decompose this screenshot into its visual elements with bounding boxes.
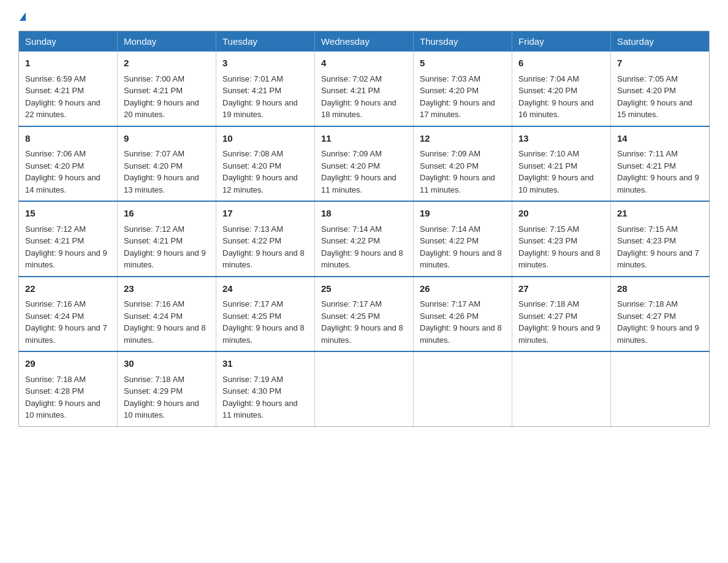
day-info: Sunrise: 7:16 AMSunset: 4:24 PMDaylight:…: [124, 299, 206, 345]
calendar-day-cell: 23 Sunrise: 7:16 AMSunset: 4:24 PMDaylig…: [118, 277, 216, 352]
day-number: 18: [321, 207, 407, 221]
day-info: Sunrise: 7:18 AMSunset: 4:29 PMDaylight:…: [124, 375, 199, 420]
calendar-day-cell: [611, 351, 710, 426]
day-info: Sunrise: 7:01 AMSunset: 4:21 PMDaylight:…: [222, 74, 298, 120]
weekday-header-row: SundayMondayTuesdayWednesdayThursdayFrid…: [19, 31, 710, 52]
calendar-day-cell: 12 Sunrise: 7:09 AMSunset: 4:20 PMDaylig…: [414, 126, 512, 202]
day-number: 17: [222, 207, 308, 221]
day-number: 31: [222, 357, 308, 371]
calendar-day-cell: 21 Sunrise: 7:15 AMSunset: 4:23 PMDaylig…: [611, 201, 710, 277]
day-info: Sunrise: 7:02 AMSunset: 4:21 PMDaylight:…: [321, 74, 396, 120]
day-info: Sunrise: 7:03 AMSunset: 4:20 PMDaylight:…: [420, 74, 495, 120]
day-number: 6: [518, 56, 604, 71]
weekday-header-cell: Sunday: [19, 31, 118, 52]
day-number: 24: [222, 282, 308, 296]
calendar-day-cell: 2 Sunrise: 7:00 AMSunset: 4:21 PMDayligh…: [118, 52, 216, 126]
day-number: 15: [25, 207, 111, 221]
calendar-day-cell: 26 Sunrise: 7:17 AMSunset: 4:26 PMDaylig…: [414, 277, 512, 352]
calendar-day-cell: 27 Sunrise: 7:18 AMSunset: 4:27 PMDaylig…: [512, 277, 611, 352]
calendar-day-cell: 6 Sunrise: 7:04 AMSunset: 4:20 PMDayligh…: [512, 52, 611, 126]
calendar-table: SundayMondayTuesdayWednesdayThursdayFrid…: [18, 31, 710, 427]
day-number: 5: [420, 56, 506, 71]
calendar-day-cell: [315, 351, 414, 426]
calendar-day-cell: 31 Sunrise: 7:19 AMSunset: 4:30 PMDaylig…: [216, 351, 315, 426]
day-info: Sunrise: 7:12 AMSunset: 4:21 PMDaylight:…: [124, 224, 206, 270]
day-info: Sunrise: 7:05 AMSunset: 4:20 PMDaylight:…: [617, 74, 692, 120]
calendar-week-row: 8 Sunrise: 7:06 AMSunset: 4:20 PMDayligh…: [19, 126, 710, 202]
calendar-day-cell: 18 Sunrise: 7:14 AMSunset: 4:22 PMDaylig…: [315, 201, 414, 277]
day-info: Sunrise: 7:04 AMSunset: 4:20 PMDaylight:…: [518, 74, 594, 120]
day-info: Sunrise: 7:14 AMSunset: 4:22 PMDaylight:…: [321, 224, 403, 270]
calendar-day-cell: 4 Sunrise: 7:02 AMSunset: 4:21 PMDayligh…: [315, 52, 414, 126]
day-number: 27: [518, 282, 604, 296]
day-number: 19: [420, 207, 506, 221]
calendar-day-cell: 13 Sunrise: 7:10 AMSunset: 4:21 PMDaylig…: [512, 126, 611, 202]
calendar-day-cell: 11 Sunrise: 7:09 AMSunset: 4:20 PMDaylig…: [315, 126, 414, 202]
day-number: 8: [25, 132, 111, 146]
day-info: Sunrise: 7:08 AMSunset: 4:20 PMDaylight:…: [222, 149, 298, 194]
logo-triangle-icon: [20, 12, 26, 21]
day-info: Sunrise: 7:12 AMSunset: 4:21 PMDaylight:…: [25, 224, 107, 270]
calendar-day-cell: 22 Sunrise: 7:16 AMSunset: 4:24 PMDaylig…: [19, 277, 118, 352]
calendar-day-cell: 3 Sunrise: 7:01 AMSunset: 4:21 PMDayligh…: [216, 52, 315, 126]
calendar-day-cell: 7 Sunrise: 7:05 AMSunset: 4:20 PMDayligh…: [611, 52, 710, 126]
calendar-body: 1 Sunrise: 6:59 AMSunset: 4:21 PMDayligh…: [19, 52, 710, 426]
day-number: 26: [420, 282, 506, 296]
calendar-day-cell: [512, 351, 611, 426]
calendar-day-cell: 30 Sunrise: 7:18 AMSunset: 4:29 PMDaylig…: [118, 351, 216, 426]
weekday-header-cell: Wednesday: [315, 31, 414, 52]
day-number: 25: [321, 282, 407, 296]
day-info: Sunrise: 7:17 AMSunset: 4:25 PMDaylight:…: [222, 299, 305, 345]
day-info: Sunrise: 7:15 AMSunset: 4:23 PMDaylight:…: [518, 224, 601, 270]
day-number: 30: [124, 357, 210, 371]
calendar-week-row: 15 Sunrise: 7:12 AMSunset: 4:21 PMDaylig…: [19, 201, 710, 277]
day-number: 4: [321, 56, 407, 71]
calendar-day-cell: 9 Sunrise: 7:07 AMSunset: 4:20 PMDayligh…: [118, 126, 216, 202]
day-number: 9: [124, 132, 210, 146]
calendar-day-cell: 20 Sunrise: 7:15 AMSunset: 4:23 PMDaylig…: [512, 201, 611, 277]
day-info: Sunrise: 7:18 AMSunset: 4:27 PMDaylight:…: [617, 299, 699, 345]
day-number: 7: [617, 56, 703, 71]
weekday-header-cell: Friday: [512, 31, 611, 52]
calendar-day-cell: 29 Sunrise: 7:18 AMSunset: 4:28 PMDaylig…: [19, 351, 118, 426]
day-number: 12: [420, 132, 506, 146]
day-info: Sunrise: 7:09 AMSunset: 4:20 PMDaylight:…: [321, 149, 396, 194]
day-number: 13: [518, 132, 604, 146]
calendar-day-cell: 8 Sunrise: 7:06 AMSunset: 4:20 PMDayligh…: [19, 126, 118, 202]
day-number: 14: [617, 132, 703, 146]
calendar-day-cell: 25 Sunrise: 7:17 AMSunset: 4:25 PMDaylig…: [315, 277, 414, 352]
weekday-header-cell: Monday: [118, 31, 216, 52]
day-info: Sunrise: 7:18 AMSunset: 4:27 PMDaylight:…: [518, 299, 601, 345]
day-info: Sunrise: 7:16 AMSunset: 4:24 PMDaylight:…: [25, 299, 107, 345]
calendar-day-cell: 15 Sunrise: 7:12 AMSunset: 4:21 PMDaylig…: [19, 201, 118, 277]
weekday-header-cell: Thursday: [414, 31, 512, 52]
day-info: Sunrise: 7:00 AMSunset: 4:21 PMDaylight:…: [124, 74, 199, 120]
day-info: Sunrise: 6:59 AMSunset: 4:21 PMDaylight:…: [25, 74, 100, 120]
day-info: Sunrise: 7:13 AMSunset: 4:22 PMDaylight:…: [222, 224, 305, 270]
day-number: 21: [617, 207, 703, 221]
calendar-day-cell: 14 Sunrise: 7:11 AMSunset: 4:21 PMDaylig…: [611, 126, 710, 202]
day-info: Sunrise: 7:10 AMSunset: 4:21 PMDaylight:…: [518, 149, 594, 194]
day-number: 23: [124, 282, 210, 296]
day-info: Sunrise: 7:07 AMSunset: 4:20 PMDaylight:…: [124, 149, 199, 194]
day-number: 28: [617, 282, 703, 296]
day-number: 29: [25, 357, 111, 371]
day-number: 20: [518, 207, 604, 221]
weekday-header-cell: Tuesday: [216, 31, 315, 52]
weekday-header-cell: Saturday: [611, 31, 710, 52]
day-number: 10: [222, 132, 308, 146]
day-info: Sunrise: 7:09 AMSunset: 4:20 PMDaylight:…: [420, 149, 495, 194]
day-info: Sunrise: 7:06 AMSunset: 4:20 PMDaylight:…: [25, 149, 100, 194]
day-info: Sunrise: 7:15 AMSunset: 4:23 PMDaylight:…: [617, 224, 699, 270]
calendar-day-cell: 16 Sunrise: 7:12 AMSunset: 4:21 PMDaylig…: [118, 201, 216, 277]
logo: [18, 12, 26, 21]
day-number: 11: [321, 132, 407, 146]
day-number: 1: [25, 56, 111, 71]
page-header: [18, 12, 710, 21]
calendar-day-cell: 17 Sunrise: 7:13 AMSunset: 4:22 PMDaylig…: [216, 201, 315, 277]
day-info: Sunrise: 7:19 AMSunset: 4:30 PMDaylight:…: [222, 375, 298, 420]
calendar-day-cell: 19 Sunrise: 7:14 AMSunset: 4:22 PMDaylig…: [414, 201, 512, 277]
day-info: Sunrise: 7:18 AMSunset: 4:28 PMDaylight:…: [25, 375, 100, 420]
calendar-day-cell: 5 Sunrise: 7:03 AMSunset: 4:20 PMDayligh…: [414, 52, 512, 126]
calendar-day-cell: 24 Sunrise: 7:17 AMSunset: 4:25 PMDaylig…: [216, 277, 315, 352]
